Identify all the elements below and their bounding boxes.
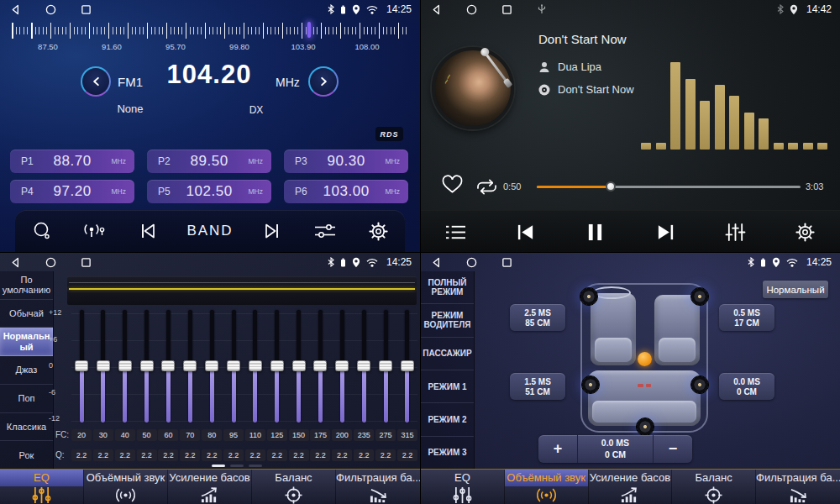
eq-q-value[interactable]: 2.2	[332, 449, 352, 461]
tab-surround[interactable]: Объёмный звук	[83, 470, 167, 504]
eq-q-value[interactable]: 2.2	[137, 449, 157, 461]
eq-master-strip[interactable]	[67, 276, 417, 305]
preset-button-4[interactable]: P497.20MHz	[10, 180, 134, 203]
slider-handle[interactable]	[97, 360, 110, 371]
sound-profile-button[interactable]: Нормальный	[763, 281, 828, 298]
eq-fc-value[interactable]: 315	[397, 429, 417, 441]
eq-band-slider[interactable]	[93, 307, 113, 425]
preset-button-2[interactable]: P289.50MHz	[147, 150, 271, 173]
decrease-delay-button[interactable]: −	[654, 435, 692, 463]
eq-band-slider[interactable]	[289, 307, 309, 425]
recents-button[interactable]	[500, 255, 513, 269]
listening-mode-item[interactable]: РЕЖИМ 2	[421, 403, 474, 436]
home-button[interactable]	[465, 3, 478, 16]
eq-preset-item[interactable]: Нормальный	[0, 328, 53, 356]
eq-fc-value[interactable]: 70	[180, 429, 200, 441]
tab-eq[interactable]: EQ	[0, 470, 83, 504]
settings-gear-button[interactable]	[790, 218, 819, 246]
eq-fc-value[interactable]: 95	[223, 429, 244, 441]
eq-band-slider[interactable]	[180, 307, 200, 425]
favorite-heart-button[interactable]	[441, 175, 464, 195]
eq-page-indicator[interactable]	[54, 465, 420, 467]
eq-band-slider[interactable]	[115, 307, 135, 425]
broadcast-icon-button[interactable]	[81, 217, 109, 245]
next-station-button[interactable]	[258, 217, 286, 245]
slider-handle[interactable]	[335, 360, 349, 371]
tab-bass-boost[interactable]: Усиление басов	[167, 470, 251, 504]
eq-fc-value[interactable]: 150	[289, 429, 309, 441]
eq-preset-item[interactable]: Поп	[0, 385, 53, 413]
playlist-button[interactable]	[442, 218, 470, 246]
listening-mode-item[interactable]: РЕЖИМ 3	[421, 437, 474, 469]
tune-up-button[interactable]	[308, 66, 339, 97]
eq-band-slider[interactable]	[332, 307, 352, 425]
recents-button[interactable]	[79, 3, 92, 16]
listening-mode-item[interactable]: ПАССАЖИР	[421, 338, 474, 370]
equalizer-mixer-button[interactable]	[721, 218, 749, 246]
eq-q-value[interactable]: 2.2	[158, 449, 178, 461]
previous-station-button[interactable]	[134, 217, 162, 245]
slider-handle[interactable]	[401, 360, 414, 371]
eq-preset-item[interactable]: Обычай	[0, 300, 53, 328]
slider-handle[interactable]	[249, 360, 262, 371]
eq-fc-value[interactable]: 175	[310, 429, 330, 441]
tuner-scale[interactable]	[12, 22, 408, 39]
preset-button-5[interactable]: P5102.50MHz	[147, 180, 271, 203]
tab-filter[interactable]: Фильтрация ба...	[335, 470, 420, 504]
eq-q-value[interactable]: 2.2	[223, 449, 244, 461]
eq-q-value[interactable]: 2.2	[202, 449, 222, 461]
eq-preset-item[interactable]: Рок	[0, 441, 53, 469]
tuner-settings-sliders-button[interactable]	[311, 217, 339, 245]
eq-q-value[interactable]: 2.2	[354, 449, 374, 461]
eq-q-value[interactable]: 2.2	[93, 449, 113, 461]
back-button[interactable]	[429, 255, 443, 269]
eq-band-slider[interactable]	[375, 307, 396, 425]
slider-handle[interactable]	[161, 360, 175, 371]
slider-handle[interactable]	[75, 360, 88, 371]
preset-button-6[interactable]: P6103.00MHz	[284, 180, 408, 203]
tab-eq[interactable]: EQ	[421, 470, 504, 504]
eq-fc-value[interactable]: 20	[71, 429, 92, 441]
eq-q-value[interactable]: 2.2	[115, 449, 135, 461]
eq-fc-value[interactable]: 60	[158, 429, 178, 441]
repeat-button[interactable]	[475, 177, 499, 197]
preset-button-3[interactable]: P390.30MHz	[284, 150, 408, 173]
eq-band-slider[interactable]	[267, 307, 287, 425]
eq-preset-item[interactable]: По умолчанию	[0, 271, 53, 300]
eq-fc-value[interactable]: 40	[115, 429, 135, 441]
eq-fc-value[interactable]: 80	[202, 429, 222, 441]
eq-q-value[interactable]: 2.2	[71, 449, 92, 461]
slider-handle[interactable]	[313, 360, 327, 371]
recents-button[interactable]	[79, 255, 92, 269]
eq-preset-item[interactable]: Классика	[0, 413, 53, 442]
eq-q-value[interactable]: 2.2	[310, 449, 330, 461]
tab-filter[interactable]: Фильтрация ба...	[755, 470, 840, 504]
slider-handle[interactable]	[292, 360, 306, 371]
slider-handle[interactable]	[379, 360, 392, 371]
slider-handle[interactable]	[270, 360, 284, 371]
eq-fc-value[interactable]: 50	[137, 429, 157, 441]
eq-band-slider[interactable]	[245, 307, 265, 425]
tab-balance[interactable]: Баланс	[671, 470, 755, 504]
eq-band-slider[interactable]	[71, 307, 92, 425]
home-button[interactable]	[44, 255, 57, 269]
eq-fc-value[interactable]: 110	[245, 429, 265, 441]
back-button[interactable]	[429, 3, 443, 16]
next-track-button[interactable]	[651, 218, 680, 246]
eq-q-value[interactable]: 2.2	[289, 449, 309, 461]
eq-band-slider[interactable]	[354, 307, 374, 425]
previous-track-button[interactable]	[512, 218, 540, 246]
settings-gear-button[interactable]	[364, 217, 392, 245]
slider-handle[interactable]	[183, 360, 197, 371]
slider-handle[interactable]	[205, 360, 218, 371]
tab-bass-boost[interactable]: Усиление басов	[588, 470, 672, 504]
delay-rear-right-button[interactable]: 0.0 MS 0 CM	[719, 373, 774, 400]
eq-fc-value[interactable]: 235	[354, 429, 374, 441]
eq-band-slider[interactable]	[202, 307, 222, 425]
slider-handle[interactable]	[118, 360, 132, 371]
progress-knob[interactable]	[606, 181, 616, 192]
delay-front-left-button[interactable]: 2.5 MS 85 CM	[510, 304, 565, 331]
back-button[interactable]	[8, 255, 22, 269]
eq-fc-value[interactable]: 30	[93, 429, 113, 441]
slider-handle[interactable]	[357, 360, 370, 371]
